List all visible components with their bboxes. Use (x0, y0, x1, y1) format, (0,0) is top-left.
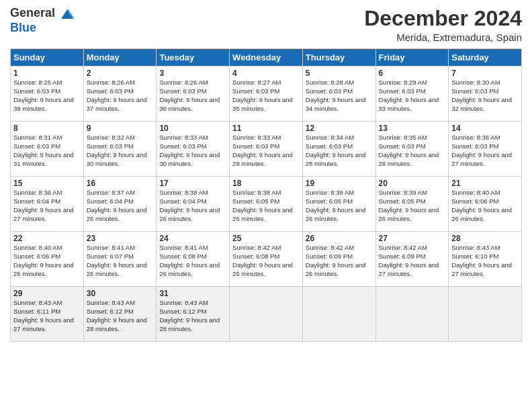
week-row-1: 1Sunrise: 8:25 AMSunset: 6:03 PMDaylight… (11, 66, 522, 122)
day-cell: 31Sunrise: 8:43 AMSunset: 6:12 PMDayligh… (157, 287, 230, 342)
day-info: Sunrise: 8:35 AMSunset: 6:03 PMDaylight:… (379, 134, 439, 167)
day-info: Sunrise: 8:43 AMSunset: 6:11 PMDaylight:… (13, 299, 74, 332)
day-number: 12 (306, 124, 373, 133)
day-number: 6 (379, 68, 446, 78)
col-sunday: Sunday (11, 49, 84, 66)
day-number: 5 (306, 68, 373, 78)
month-title: December 2024 (364, 7, 522, 30)
day-cell: 28Sunrise: 8:43 AMSunset: 6:10 PMDayligh… (449, 232, 522, 287)
day-cell: 13Sunrise: 8:35 AMSunset: 6:03 PMDayligh… (375, 122, 449, 177)
day-info: Sunrise: 8:30 AMSunset: 6:03 PMDaylight:… (451, 79, 512, 111)
day-cell: 1Sunrise: 8:25 AMSunset: 6:03 PMDaylight… (11, 66, 84, 122)
day-cell (449, 287, 522, 342)
day-number: 8 (13, 124, 81, 133)
day-info: Sunrise: 8:42 AMSunset: 6:08 PMDaylight:… (232, 244, 293, 277)
day-cell: 9Sunrise: 8:32 AMSunset: 6:03 PMDaylight… (83, 122, 157, 177)
day-cell: 27Sunrise: 8:42 AMSunset: 6:09 PMDayligh… (375, 232, 449, 287)
day-info: Sunrise: 8:41 AMSunset: 6:07 PMDaylight:… (87, 244, 147, 277)
day-info: Sunrise: 8:36 AMSunset: 6:03 PMDaylight:… (451, 134, 512, 167)
col-friday: Friday (375, 49, 449, 66)
day-cell: 11Sunrise: 8:33 AMSunset: 6:03 PMDayligh… (230, 122, 303, 177)
day-info: Sunrise: 8:37 AMSunset: 6:04 PMDaylight:… (87, 189, 147, 222)
day-info: Sunrise: 8:25 AMSunset: 6:03 PMDaylight:… (13, 79, 74, 111)
day-number: 23 (87, 234, 154, 243)
day-cell: 23Sunrise: 8:41 AMSunset: 6:07 PMDayligh… (83, 232, 157, 287)
day-cell: 18Sunrise: 8:38 AMSunset: 6:05 PMDayligh… (230, 177, 303, 232)
day-info: Sunrise: 8:38 AMSunset: 6:04 PMDaylight:… (159, 189, 220, 222)
col-monday: Monday (83, 49, 157, 66)
day-number: 14 (451, 124, 519, 133)
calendar-table: Sunday Monday Tuesday Wednesday Thursday… (10, 48, 522, 342)
col-wednesday: Wednesday (230, 49, 303, 66)
day-info: Sunrise: 8:26 AMSunset: 6:03 PMDaylight:… (87, 79, 147, 111)
day-cell: 26Sunrise: 8:42 AMSunset: 6:09 PMDayligh… (302, 232, 375, 287)
day-number: 30 (87, 289, 154, 298)
day-info: Sunrise: 8:42 AMSunset: 6:09 PMDaylight:… (379, 244, 439, 277)
header-row: Sunday Monday Tuesday Wednesday Thursday… (11, 49, 522, 66)
day-info: Sunrise: 8:36 AMSunset: 6:04 PMDaylight:… (13, 189, 74, 222)
logo-icon (60, 7, 75, 21)
day-cell: 3Sunrise: 8:26 AMSunset: 6:03 PMDaylight… (157, 66, 230, 122)
day-info: Sunrise: 8:29 AMSunset: 6:03 PMDaylight:… (379, 79, 439, 111)
week-row-2: 8Sunrise: 8:31 AMSunset: 6:03 PMDaylight… (11, 122, 522, 177)
col-thursday: Thursday (302, 49, 375, 66)
day-number: 22 (13, 234, 81, 243)
day-number: 25 (232, 234, 300, 243)
logo: General Blue (10, 7, 75, 34)
day-cell: 2Sunrise: 8:26 AMSunset: 6:03 PMDaylight… (83, 66, 157, 122)
logo-general: General (10, 6, 55, 19)
day-number: 13 (379, 124, 446, 133)
week-row-5: 29Sunrise: 8:43 AMSunset: 6:11 PMDayligh… (11, 287, 522, 342)
day-info: Sunrise: 8:26 AMSunset: 6:03 PMDaylight:… (159, 79, 220, 111)
day-number: 11 (232, 124, 300, 133)
day-number: 28 (451, 234, 519, 243)
day-cell: 16Sunrise: 8:37 AMSunset: 6:04 PMDayligh… (83, 177, 157, 232)
day-number: 1 (13, 68, 81, 78)
logo-blue: Blue (10, 21, 36, 34)
day-number: 9 (87, 124, 154, 133)
day-cell: 22Sunrise: 8:40 AMSunset: 6:06 PMDayligh… (11, 232, 84, 287)
day-info: Sunrise: 8:33 AMSunset: 6:03 PMDaylight:… (232, 134, 293, 167)
day-cell: 29Sunrise: 8:43 AMSunset: 6:11 PMDayligh… (11, 287, 84, 342)
day-number: 20 (379, 179, 446, 188)
day-number: 24 (159, 234, 226, 243)
day-info: Sunrise: 8:43 AMSunset: 6:10 PMDaylight:… (451, 244, 512, 277)
location-title: Merida, Extremadura, Spain (364, 32, 522, 43)
day-number: 15 (13, 179, 81, 188)
week-row-3: 15Sunrise: 8:36 AMSunset: 6:04 PMDayligh… (11, 177, 522, 232)
week-row-4: 22Sunrise: 8:40 AMSunset: 6:06 PMDayligh… (11, 232, 522, 287)
day-number: 2 (87, 68, 154, 78)
day-number: 17 (159, 179, 226, 188)
day-number: 31 (159, 289, 226, 298)
day-cell: 12Sunrise: 8:34 AMSunset: 6:03 PMDayligh… (302, 122, 375, 177)
day-info: Sunrise: 8:33 AMSunset: 6:03 PMDaylight:… (159, 134, 220, 167)
day-number: 4 (232, 68, 300, 78)
day-cell: 15Sunrise: 8:36 AMSunset: 6:04 PMDayligh… (11, 177, 84, 232)
day-info: Sunrise: 8:28 AMSunset: 6:03 PMDaylight:… (306, 79, 366, 111)
day-cell: 24Sunrise: 8:41 AMSunset: 6:08 PMDayligh… (157, 232, 230, 287)
day-info: Sunrise: 8:42 AMSunset: 6:09 PMDaylight:… (306, 244, 366, 277)
day-cell (230, 287, 303, 342)
day-cell (302, 287, 375, 342)
day-info: Sunrise: 8:40 AMSunset: 6:06 PMDaylight:… (451, 189, 512, 222)
calendar-body: 1Sunrise: 8:25 AMSunset: 6:03 PMDaylight… (11, 66, 522, 342)
day-number: 16 (87, 179, 154, 188)
day-cell: 19Sunrise: 8:39 AMSunset: 6:05 PMDayligh… (302, 177, 375, 232)
page-container: General Blue December 2024 Merida, Extre… (0, 0, 532, 349)
day-number: 29 (13, 289, 81, 298)
day-info: Sunrise: 8:27 AMSunset: 6:03 PMDaylight:… (232, 79, 293, 111)
day-cell: 17Sunrise: 8:38 AMSunset: 6:04 PMDayligh… (157, 177, 230, 232)
day-info: Sunrise: 8:41 AMSunset: 6:08 PMDaylight:… (159, 244, 220, 277)
day-cell: 20Sunrise: 8:39 AMSunset: 6:05 PMDayligh… (375, 177, 449, 232)
day-cell: 21Sunrise: 8:40 AMSunset: 6:06 PMDayligh… (449, 177, 522, 232)
day-number: 26 (306, 234, 373, 243)
day-number: 3 (159, 68, 226, 78)
day-cell: 30Sunrise: 8:43 AMSunset: 6:12 PMDayligh… (83, 287, 157, 342)
day-number: 21 (451, 179, 519, 188)
day-cell: 14Sunrise: 8:36 AMSunset: 6:03 PMDayligh… (449, 122, 522, 177)
day-cell: 10Sunrise: 8:33 AMSunset: 6:03 PMDayligh… (157, 122, 230, 177)
title-block: December 2024 Merida, Extremadura, Spain (364, 7, 522, 43)
day-info: Sunrise: 8:38 AMSunset: 6:05 PMDaylight:… (232, 189, 293, 222)
day-cell: 6Sunrise: 8:29 AMSunset: 6:03 PMDaylight… (375, 66, 449, 122)
day-cell: 7Sunrise: 8:30 AMSunset: 6:03 PMDaylight… (449, 66, 522, 122)
